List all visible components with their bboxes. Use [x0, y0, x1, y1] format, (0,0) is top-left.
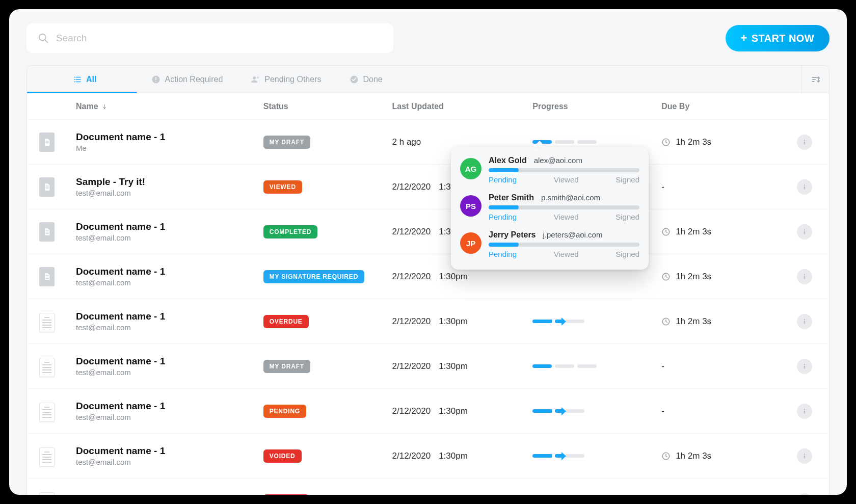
- search-icon: [38, 33, 49, 44]
- updated-time: 1:30pm: [439, 316, 468, 327]
- state-viewed: Viewed: [554, 250, 579, 258]
- status-badge: MY DRAFT: [263, 360, 310, 373]
- col-name-label: Name: [76, 102, 98, 111]
- svg-rect-12: [804, 186, 805, 189]
- more-button[interactable]: [797, 359, 812, 374]
- start-now-button[interactable]: + START NOW: [726, 25, 830, 51]
- more-button[interactable]: [797, 314, 812, 329]
- tab-action-required[interactable]: Action Required: [137, 66, 237, 93]
- svg-rect-18: [804, 276, 805, 279]
- more-button[interactable]: [797, 135, 812, 150]
- more-button[interactable]: [797, 179, 812, 195]
- updated-date: 2/12/2020: [392, 182, 431, 192]
- state-signed: Signed: [616, 175, 639, 184]
- actions-cell: [790, 135, 819, 150]
- svg-line-1: [45, 40, 48, 43]
- status-badge: OVERDUE: [263, 315, 309, 328]
- more-button[interactable]: [797, 448, 812, 464]
- documents-card: All Action Required Pending Others Done: [26, 65, 830, 495]
- device-frame: + START NOW All Action Required Pending …: [0, 0, 856, 504]
- col-header-progress[interactable]: Progress: [532, 102, 661, 111]
- file-icon-cell: [39, 401, 76, 422]
- signer-progress-fill: [489, 243, 519, 247]
- table-row[interactable]: Document name - 1test@email.comVOIDED2/1…: [27, 434, 829, 479]
- svg-point-14: [804, 229, 805, 230]
- status-badge: PENDING: [263, 405, 306, 418]
- due-text: 1h 2m 3s: [676, 272, 711, 282]
- tab-done[interactable]: Done: [335, 66, 396, 93]
- doc-subtitle: test@email.com: [76, 278, 165, 287]
- status-cell: VOIDED: [263, 449, 392, 463]
- table-row[interactable]: Document name - 1test@email.comMY DRAFT2…: [27, 344, 829, 389]
- due-text: 1h 2m 3s: [676, 227, 711, 237]
- col-progress-label: Progress: [532, 102, 568, 111]
- check-circle-icon: [350, 75, 359, 84]
- table-row[interactable]: Document name - 1test@email.comOVERDUE2/…: [27, 299, 829, 344]
- signer-states: Pending Viewed Signed: [489, 213, 639, 221]
- more-button[interactable]: [797, 404, 812, 419]
- updated-date: 2/12/2020: [392, 316, 431, 327]
- screen: + START NOW All Action Required Pending …: [9, 9, 847, 495]
- file-icon-cell: [39, 177, 76, 197]
- info-icon: [801, 139, 808, 146]
- doc-title: Document name - 1: [76, 131, 165, 143]
- search-input[interactable]: [56, 33, 382, 44]
- signer-states: Pending Viewed Signed: [489, 175, 639, 184]
- svg-point-9: [804, 140, 805, 141]
- progress-segment: [532, 409, 552, 413]
- status-cell: VIEWED: [263, 180, 392, 194]
- doc-title: Document name - 1: [76, 401, 165, 412]
- updated-date: 2/12/2020: [392, 406, 431, 416]
- more-button[interactable]: [797, 493, 812, 495]
- svg-rect-15: [804, 231, 805, 234]
- clock-icon: [661, 138, 671, 147]
- doc-subtitle: test@email.com: [76, 458, 165, 466]
- due-cell: 1h 2m 3s: [661, 227, 790, 237]
- name-cell: Document name - 1test@email.com: [76, 221, 263, 242]
- sort-toggle-button[interactable]: [801, 66, 829, 93]
- clock-icon: [661, 272, 671, 281]
- clock-icon: [661, 452, 671, 461]
- table-row[interactable]: Document name - 1test@email.comPENDING2/…: [27, 389, 829, 434]
- svg-point-24: [804, 409, 805, 410]
- svg-rect-4: [156, 81, 157, 82]
- doc-subtitle: test@email.com: [76, 368, 165, 377]
- file-icon-cell: [39, 490, 76, 495]
- due-text: 1h 2m 3s: [676, 137, 711, 147]
- more-button[interactable]: [797, 224, 812, 240]
- more-button[interactable]: [797, 269, 812, 284]
- due-text: -: [661, 361, 664, 372]
- updated-time: 1:30pm: [439, 451, 468, 461]
- table-row[interactable]: Document name - 1MeMY DRAFT2 h ago1h 2m …: [27, 120, 829, 165]
- table-row[interactable]: Document name - 1OVERDUE2/12/20201:30pm1…: [27, 479, 829, 495]
- tab-all[interactable]: All: [27, 66, 137, 93]
- file-icon-cell: [39, 222, 76, 242]
- doc-title: Document name - 1: [76, 221, 165, 232]
- actions-cell: [790, 179, 819, 195]
- alert-circle-icon: [151, 75, 160, 84]
- search-input-wrap[interactable]: [26, 23, 393, 53]
- col-header-status[interactable]: Status: [263, 102, 392, 111]
- actions-cell: [790, 359, 819, 374]
- popover-entry: PS Peter Smith p.smith@aoi.com Pending V…: [460, 193, 639, 221]
- updated-date: 2/12/2020: [392, 361, 431, 372]
- due-cell: -: [661, 361, 790, 372]
- table-row[interactable]: Document name - 1test@email.comCOMPLETED…: [27, 209, 829, 254]
- file-icon-cell: [39, 445, 76, 467]
- col-header-updated[interactable]: Last Updated: [392, 102, 533, 111]
- svg-rect-28: [804, 455, 805, 458]
- table-row[interactable]: Document name - 1test@email.comMY SIGNAT…: [27, 254, 829, 299]
- status-cell: OVERDUE: [263, 315, 392, 328]
- tab-action-required-label: Action Required: [165, 75, 223, 84]
- popover-entry: JP Jerry Peters j.peters@aoi.com Pending…: [460, 230, 639, 258]
- signer-states: Pending Viewed Signed: [489, 250, 639, 258]
- sort-arrow-down-icon: [101, 103, 108, 110]
- state-viewed: Viewed: [554, 213, 579, 221]
- col-header-name[interactable]: Name: [76, 102, 263, 111]
- col-header-due[interactable]: Due By: [661, 102, 790, 111]
- progress-cell: [532, 454, 661, 458]
- signer-name: Jerry Peters: [489, 230, 536, 240]
- svg-point-6: [257, 76, 259, 79]
- tab-pending-others[interactable]: Pending Others: [237, 66, 335, 93]
- table-row[interactable]: Sample - Try it!test@email.comVIEWED2/12…: [27, 165, 829, 209]
